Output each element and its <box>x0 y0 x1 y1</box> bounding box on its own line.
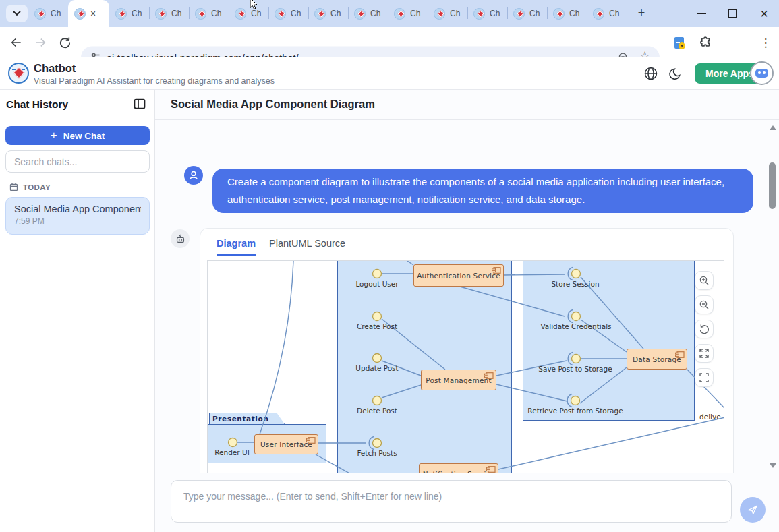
dark-mode-button[interactable] <box>668 67 682 83</box>
tab-title: Ch <box>490 9 500 18</box>
chat-scrollbar[interactable] <box>766 120 779 473</box>
calendar-icon <box>9 183 18 191</box>
chat-history-item[interactable]: Social Media App Component ... 7:59 PM <box>5 197 150 235</box>
zoom-in-icon <box>699 275 710 286</box>
plus-icon: + <box>51 129 57 142</box>
interface-create-post: Create Post <box>357 322 397 330</box>
component-label: Data Storage <box>633 355 681 363</box>
window-maximize-button[interactable] <box>718 0 747 27</box>
tab-search-button[interactable] <box>6 5 28 22</box>
browser-menu-button[interactable]: ⋮ <box>757 34 774 51</box>
reset-view-button[interactable] <box>695 320 714 338</box>
interface-fetch-posts: Fetch Posts <box>357 449 397 457</box>
site-favicon-icon <box>473 8 485 20</box>
component-icon <box>486 466 496 473</box>
new-chat-button[interactable]: + New Chat <box>5 126 150 145</box>
browser-tab[interactable]: × <box>68 0 109 27</box>
back-button[interactable] <box>8 34 24 51</box>
new-chat-label: New Chat <box>63 131 105 141</box>
browser-tab[interactable]: Ch <box>189 0 229 27</box>
tab-title: Ch <box>370 9 380 18</box>
search-chats-input[interactable] <box>5 150 150 173</box>
browser-tab[interactable]: Ch <box>149 0 189 27</box>
interface-logout-user: Logout User <box>355 280 398 288</box>
browser-tab[interactable]: Ch <box>587 0 627 27</box>
send-button[interactable] <box>740 497 766 523</box>
tab-title: Ch <box>291 9 301 18</box>
expand-button[interactable] <box>695 344 714 363</box>
browser-tab[interactable]: Ch <box>308 0 348 27</box>
scroll-up-arrow[interactable] <box>770 125 776 130</box>
chat-message-area: Create a component diagram to illustrate… <box>155 120 779 473</box>
reading-mode-button[interactable]: ▼ <box>671 34 687 51</box>
language-button[interactable] <box>643 66 658 84</box>
back-arrow-icon <box>9 36 23 49</box>
component-notification-service[interactable]: Notification Service <box>419 463 498 473</box>
component-authentication-service[interactable]: Authentication Service <box>413 264 504 287</box>
zoom-out-button[interactable] <box>695 295 714 314</box>
browser-tab[interactable]: Ch <box>467 0 507 27</box>
tab-title: Ch <box>51 9 61 18</box>
component-user-interface[interactable]: User Interface <box>254 434 318 454</box>
interface-delete-post: Delete Post <box>357 407 397 415</box>
browser-tab[interactable]: Ch <box>28 0 68 27</box>
new-tab-button[interactable]: + <box>633 5 650 22</box>
browser-tab[interactable]: Ch <box>348 0 388 27</box>
message-input[interactable] <box>171 480 732 523</box>
component-label: Post Management <box>426 376 491 384</box>
chevron-down-icon <box>13 11 21 16</box>
window-close-button[interactable]: × <box>749 0 779 27</box>
collapse-sidebar-button[interactable] <box>134 98 146 112</box>
browser-tab[interactable]: Ch <box>109 0 149 27</box>
browser-tab[interactable]: Ch <box>428 0 467 27</box>
tab-title: Ch <box>211 9 221 18</box>
minimize-icon <box>697 13 706 14</box>
tab-title: Ch <box>529 9 540 18</box>
tab-title: Ch <box>171 9 181 18</box>
component-icon <box>492 267 501 274</box>
site-favicon-icon <box>434 8 445 20</box>
window-minimize-button[interactable] <box>687 0 716 27</box>
component-label: Notification Service <box>423 470 494 473</box>
panel-toggle-icon <box>134 98 146 109</box>
chatbot-avatar-button[interactable] <box>750 61 774 85</box>
tab-close-icon[interactable]: × <box>90 9 96 18</box>
vp-diamond-icon <box>478 10 484 17</box>
truncated-edge-label: delive <box>699 413 721 421</box>
tab-diagram[interactable]: Diagram <box>217 238 256 256</box>
extensions-button[interactable] <box>697 34 713 51</box>
component-icon <box>675 351 685 358</box>
browser-tab[interactable]: Ch <box>268 0 308 27</box>
scrollbar-thumb[interactable] <box>769 162 776 209</box>
app-header: Chatbot Visual Paradigm AI Assistant for… <box>0 57 779 90</box>
tab-title: Ch <box>450 9 460 18</box>
app-title: Chatbot <box>34 62 76 75</box>
component-data-storage[interactable]: Data Storage <box>627 349 687 370</box>
browser-tab[interactable]: Ch <box>388 0 428 27</box>
moon-icon <box>668 67 682 80</box>
browser-tab[interactable]: Ch <box>507 0 547 27</box>
site-favicon-icon <box>155 8 167 20</box>
scroll-down-arrow[interactable] <box>770 463 776 468</box>
chat-item-time: 7:59 PM <box>14 216 141 226</box>
browser-tab[interactable]: Ch <box>547 0 587 27</box>
site-favicon-icon <box>195 8 206 20</box>
interface-update-post: Update Post <box>355 364 398 372</box>
tab-plantuml-source[interactable]: PlantUML Source <box>269 238 345 249</box>
zoom-out-icon <box>699 299 710 310</box>
diagram-viewport[interactable]: Presentation Layer <box>207 260 724 473</box>
component-icon <box>306 437 316 444</box>
forward-button[interactable] <box>32 34 49 51</box>
zoom-in-button[interactable] <box>695 271 714 290</box>
reload-button[interactable] <box>57 34 73 51</box>
reading-mode-icon: ▼ <box>674 37 684 49</box>
tabs-container: Ch×ChChChChChChChChChChChChCh <box>28 0 627 27</box>
component-icon <box>484 372 494 379</box>
component-post-management[interactable]: Post Management <box>421 370 496 390</box>
vp-diamond-icon <box>398 10 405 17</box>
user-avatar <box>184 166 203 185</box>
component-label: Authentication Service <box>417 272 500 280</box>
page-title: Social Media App Component Diagram <box>171 98 375 111</box>
browser-tab[interactable]: Ch <box>229 0 268 27</box>
fit-screen-button[interactable] <box>695 368 714 387</box>
